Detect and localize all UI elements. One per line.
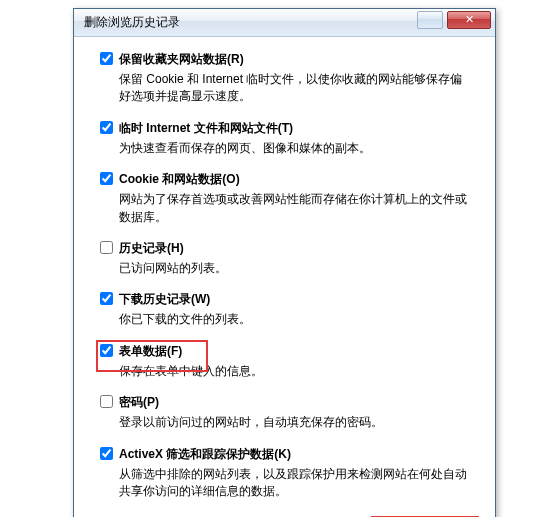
- checkbox-form-data[interactable]: [100, 344, 113, 357]
- option-row[interactable]: 下载历史记录(W): [100, 291, 469, 308]
- help-button[interactable]: [417, 11, 443, 29]
- close-button[interactable]: ✕: [447, 11, 491, 29]
- checkbox-history[interactable]: [100, 241, 113, 254]
- option-row[interactable]: 表单数据(F): [100, 343, 469, 360]
- option-activex-tracking: ActiveX 筛选和跟踪保护数据(K) 从筛选中排除的网站列表，以及跟踪保护用…: [100, 446, 469, 501]
- dialog-body: 保留收藏夹网站数据(R) 保留 Cookie 和 Internet 临时文件，以…: [74, 37, 495, 514]
- option-title: 下载历史记录(W): [119, 291, 210, 308]
- delete-browsing-history-dialog: 删除浏览历史记录 ✕ 保留收藏夹网站数据(R) 保留 Cookie 和 Inte…: [73, 8, 496, 517]
- option-title: 历史记录(H): [119, 240, 184, 257]
- option-row[interactable]: 历史记录(H): [100, 240, 469, 257]
- option-title: 保留收藏夹网站数据(R): [119, 51, 244, 68]
- option-download-history: 下载历史记录(W) 你已下载的文件的列表。: [100, 291, 469, 328]
- option-history: 历史记录(H) 已访问网站的列表。: [100, 240, 469, 277]
- checkbox-preserve-favorites[interactable]: [100, 52, 113, 65]
- option-title: Cookie 和网站数据(O): [119, 171, 240, 188]
- option-desc: 登录以前访问过的网站时，自动填充保存的密码。: [119, 414, 469, 431]
- checkbox-cookies[interactable]: [100, 172, 113, 185]
- option-desc: 已访问网站的列表。: [119, 260, 469, 277]
- option-row[interactable]: 临时 Internet 文件和网站文件(T): [100, 120, 469, 137]
- option-desc: 从筛选中排除的网站列表，以及跟踪保护用来检测网站在何处自动共享你访问的详细信息的…: [119, 466, 469, 501]
- option-title: 密码(P): [119, 394, 159, 411]
- option-row[interactable]: ActiveX 筛选和跟踪保护数据(K): [100, 446, 469, 463]
- checkbox-temp-internet-files[interactable]: [100, 121, 113, 134]
- option-desc: 保留 Cookie 和 Internet 临时文件，以使你收藏的网站能够保存偏好…: [119, 71, 469, 106]
- checkbox-activex-tracking[interactable]: [100, 447, 113, 460]
- option-row[interactable]: Cookie 和网站数据(O): [100, 171, 469, 188]
- option-cookies: Cookie 和网站数据(O) 网站为了保存首选项或改善网站性能而存储在你计算机…: [100, 171, 469, 226]
- checkbox-passwords[interactable]: [100, 395, 113, 408]
- dialog-title: 删除浏览历史记录: [84, 14, 180, 31]
- option-desc: 你已下载的文件的列表。: [119, 311, 469, 328]
- option-row[interactable]: 密码(P): [100, 394, 469, 411]
- option-title: 临时 Internet 文件和网站文件(T): [119, 120, 293, 137]
- option-title: 表单数据(F): [119, 343, 182, 360]
- option-preserve-favorites: 保留收藏夹网站数据(R) 保留 Cookie 和 Internet 临时文件，以…: [100, 51, 469, 106]
- option-row[interactable]: 保留收藏夹网站数据(R): [100, 51, 469, 68]
- option-desc: 保存在表单中键入的信息。: [119, 363, 469, 380]
- option-desc: 为快速查看而保存的网页、图像和媒体的副本。: [119, 140, 469, 157]
- option-passwords: 密码(P) 登录以前访问过的网站时，自动填充保存的密码。: [100, 394, 469, 431]
- option-form-data: 表单数据(F) 保存在表单中键入的信息。: [100, 343, 469, 380]
- titlebar[interactable]: 删除浏览历史记录 ✕: [74, 9, 495, 37]
- option-title: ActiveX 筛选和跟踪保护数据(K): [119, 446, 291, 463]
- checkbox-download-history[interactable]: [100, 292, 113, 305]
- option-temp-internet-files: 临时 Internet 文件和网站文件(T) 为快速查看而保存的网页、图像和媒体…: [100, 120, 469, 157]
- option-desc: 网站为了保存首选项或改善网站性能而存储在你计算机上的文件或数据库。: [119, 191, 469, 226]
